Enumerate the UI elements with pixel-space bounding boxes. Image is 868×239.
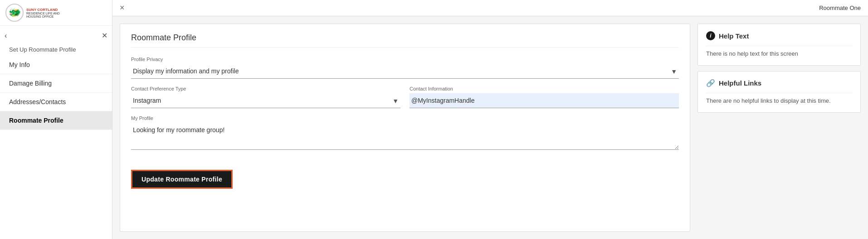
logo-icon: 🐲 — [9, 7, 21, 19]
contact-info-group: Contact Information — [410, 86, 679, 108]
helpful-links-card: 🔗 Helpful Links There are no helpful lin… — [697, 71, 861, 113]
sidebar-item-addresses-contacts[interactable]: Addresses/Contacts — [0, 93, 112, 111]
my-profile-textarea[interactable]: Looking for my roommate group! — [131, 123, 679, 150]
logo-circle: 🐲 — [5, 4, 24, 22]
helpful-links-header: 🔗 Helpful Links — [706, 79, 852, 87]
sidebar-item-roommate-profile[interactable]: Roommate Profile — [0, 111, 112, 130]
contact-preference-label: Contact Preference Type — [131, 86, 400, 91]
logo-text: SUNY CORTLAND RESIDENCE LIFE AND HOUSING… — [26, 8, 60, 18]
contact-info-input[interactable] — [410, 93, 679, 108]
sidebar-nav: ‹ ✕ Set Up Roommate Profile My Info Dama… — [0, 26, 112, 239]
main-topbar: × Roommate One — [112, 0, 868, 16]
contact-row: Contact Preference Type Instagram Email … — [131, 86, 679, 115]
help-text-title: Help Text — [719, 32, 749, 40]
update-roommate-profile-button[interactable]: Update Roommate Profile — [131, 170, 233, 189]
contact-preference-group: Contact Preference Type Instagram Email … — [131, 86, 400, 108]
my-profile-label: My Profile — [131, 115, 679, 121]
profile-privacy-label: Profile Privacy — [131, 57, 679, 62]
profile-privacy-select[interactable]: Display my information and my profile Di… — [131, 64, 679, 79]
form-panel: Roommate Profile Profile Privacy Display… — [120, 24, 690, 232]
help-panel: i Help Text There is no help text for th… — [697, 24, 861, 232]
sidebar-item-my-info[interactable]: My Info — [0, 56, 112, 74]
sidebar-close-button[interactable]: ✕ — [102, 31, 107, 40]
info-icon: i — [706, 31, 715, 40]
help-text-body: There is no help text for this screen — [706, 50, 852, 58]
profile-privacy-group: Profile Privacy Display my information a… — [131, 57, 679, 79]
contact-preference-select[interactable]: Instagram Email Twitter Facebook Snapcha… — [131, 93, 400, 108]
my-profile-group: My Profile Looking for my roommate group… — [131, 115, 679, 152]
contact-preference-wrapper: Instagram Email Twitter Facebook Snapcha… — [131, 93, 400, 108]
nav-collapse-row: ‹ ✕ — [0, 29, 112, 42]
logo-area: 🐲 SUNY CORTLAND RESIDENCE LIFE AND HOUSI… — [5, 4, 60, 22]
help-text-header: i Help Text — [706, 31, 852, 40]
topbar-username: Roommate One — [819, 5, 861, 11]
help-text-card: i Help Text There is no help text for th… — [697, 24, 861, 66]
sidebar-header: 🐲 SUNY CORTLAND RESIDENCE LIFE AND HOUSI… — [0, 0, 112, 26]
helpful-links-divider — [706, 93, 852, 93]
page-title: Roommate Profile — [131, 33, 679, 48]
sidebar: 🐲 SUNY CORTLAND RESIDENCE LIFE AND HOUSI… — [0, 0, 112, 239]
main-body: Roommate Profile Profile Privacy Display… — [112, 16, 868, 239]
collapse-button[interactable]: ‹ — [5, 32, 7, 40]
link-icon: 🔗 — [706, 79, 715, 87]
sidebar-item-setup-roommate[interactable]: Set Up Roommate Profile — [0, 42, 112, 56]
helpful-links-title: Helpful Links — [719, 79, 761, 87]
helpful-links-body: There are no helpful links to display at… — [706, 97, 852, 105]
sidebar-item-damage-billing[interactable]: Damage Billing — [0, 74, 112, 93]
contact-info-label: Contact Information — [410, 86, 679, 91]
main: × Roommate One Roommate Profile Profile … — [112, 0, 868, 239]
topbar-close-button[interactable]: × — [120, 3, 125, 13]
help-divider — [706, 46, 852, 46]
profile-privacy-wrapper: Display my information and my profile Di… — [131, 64, 679, 79]
